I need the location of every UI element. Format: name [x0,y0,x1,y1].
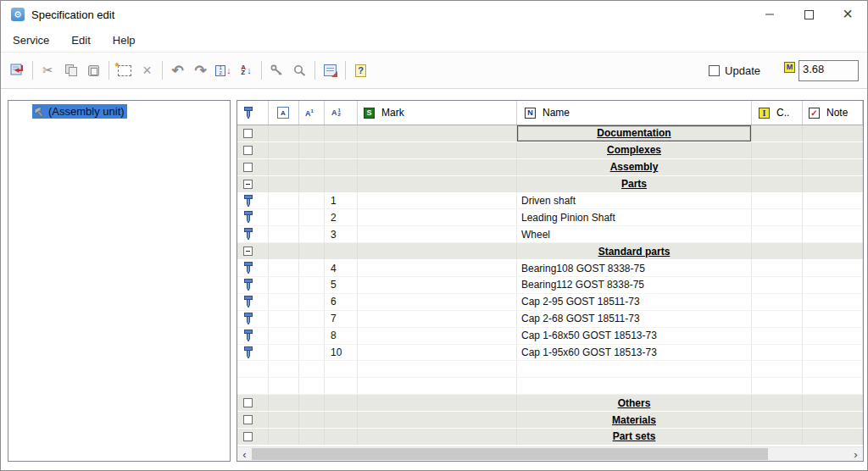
tree-item-label: (Assembly unit) [48,105,125,118]
table-row[interactable]: Parts [237,176,863,193]
collapse-toggle-icon[interactable] [243,180,253,189]
cell-note [803,277,863,293]
cell-obj [237,142,269,158]
table-row[interactable]: Part sets [237,429,863,446]
bolt-icon [243,262,253,274]
cell-mark [358,142,517,158]
cell-a1 [299,294,325,310]
table-row[interactable]: 6Cap 2-95 GOST 18511-73 [237,294,863,311]
cell-a1 [299,328,325,344]
bolt-icon [243,313,253,325]
cell-obj [237,378,269,394]
scissors-icon: ✂ [42,63,53,78]
table-row[interactable]: 3Wheel [237,226,863,243]
column-header-mark[interactable]: S Mark [358,101,517,125]
renumber-icon: 12↓ [215,65,231,76]
sort-az-button[interactable]: AZ↓ [235,59,258,81]
table-row[interactable]: 7Cap 2-68 GOST 18511-73 [237,311,863,328]
redo-button[interactable]: ↷ [189,59,212,81]
section-checkbox[interactable] [243,146,253,155]
cell-name: Cap 1-95x60 GOST 18513-73 [517,345,752,361]
scroll-left-arrow-icon[interactable]: ‹ [237,447,252,461]
table-row[interactable]: Standard parts [237,243,863,260]
mass-field[interactable]: 3.68 [798,60,859,81]
table-row[interactable]: 5Bearing112 GOST 8338-75 [237,277,863,294]
bolt-icon [243,296,253,308]
bolt-icon [243,346,253,359]
table-row[interactable]: 10Cap 1-95x60 GOST 18513-73 [237,345,863,362]
update-checkbox[interactable] [709,65,720,76]
paste-button[interactable] [82,59,105,81]
menu-edit[interactable]: Edit [68,31,93,49]
section-checkbox[interactable] [243,163,253,172]
cell-a1 [299,361,325,377]
maximize-button[interactable] [789,1,828,28]
note-check-icon: ✓ [809,108,820,119]
table-row[interactable]: Others [237,395,863,412]
properties-button[interactable] [319,59,342,81]
section-checkbox[interactable] [243,398,253,407]
undo-button[interactable]: ↶ [166,59,189,81]
table-row[interactable]: Complexes [237,142,863,159]
cell-mark [358,277,517,293]
column-header-format[interactable]: A [269,101,299,125]
column-header-zone[interactable]: A1 [299,101,325,125]
table-row[interactable]: Materials [237,412,863,429]
renumber-positions-button[interactable]: 12↓ [212,59,235,81]
column-header-count[interactable]: I C.. [752,101,803,125]
bolt-icon [243,211,253,224]
table-row[interactable]: Assembly [237,159,863,176]
minimize-button[interactable] [750,1,789,28]
horizontal-scrollbar[interactable]: ‹ › [237,446,863,461]
cut-button[interactable]: ✂ [36,59,59,81]
delete-button[interactable]: × [136,59,159,81]
cell-mark [358,226,517,242]
cell-pos [325,361,358,377]
cell-a1 [299,243,325,259]
section-title: Materials [612,414,656,426]
cell-c [752,294,803,310]
column-header-note[interactable]: ✓ Note [803,101,863,125]
cell-a [269,294,299,310]
column-header-name[interactable]: N Name [517,101,752,125]
cell-a [269,328,299,344]
cell-mark [358,429,517,445]
key-icon [270,64,283,76]
cell-pos: 6 [325,294,358,310]
table-row[interactable]: 8Cap 1-68x50 GOST 18513-73 [237,328,863,345]
cell-obj [237,361,269,377]
toolbar-separator [108,61,109,80]
column-header-position[interactable]: A12 [325,101,358,125]
copy-button[interactable] [59,59,82,81]
cell-note [803,159,863,175]
close-button[interactable]: × [828,1,867,28]
column-header-object[interactable] [237,101,269,125]
toolbar: ✂ × ↶ ↷ 12↓ AZ↓ [1,52,867,89]
section-checkbox[interactable] [243,129,253,138]
section-checkbox[interactable] [243,432,253,441]
cell-note [803,193,863,209]
table-row[interactable]: Documentation [237,125,863,142]
collapse-toggle-icon[interactable] [243,247,253,256]
new-object-button[interactable] [113,59,136,81]
zoom-button[interactable] [288,59,311,81]
cell-obj [237,277,269,293]
table-row[interactable]: 1Driven shaft [237,193,863,210]
table-header: A A1 A12 S Mark N Name I C.. ✓ Note [237,101,863,125]
menu-service[interactable]: Service [9,31,53,49]
app-gear-icon: ⚙ [11,8,25,21]
tree-item-assembly-unit[interactable]: (Assembly unit) [32,104,127,119]
cell-name: Wheel [517,226,752,242]
help-button[interactable]: ? [349,59,372,81]
key-button[interactable] [265,59,288,81]
scrollbar-thumb[interactable] [252,448,768,460]
cell-c [752,193,803,209]
table-row[interactable]: 2Leading Pinion Shaft [237,209,863,226]
edit-layout-button[interactable] [6,59,29,81]
table-row[interactable]: 4Bearing108 GOST 8338-75 [237,260,863,277]
scroll-right-arrow-icon[interactable]: › [849,447,863,461]
cell-pos: 1 [325,193,358,209]
menu-help[interactable]: Help [109,31,139,49]
section-checkbox[interactable] [243,415,253,424]
structure-tree-panel: (Assembly unit) [8,100,231,462]
